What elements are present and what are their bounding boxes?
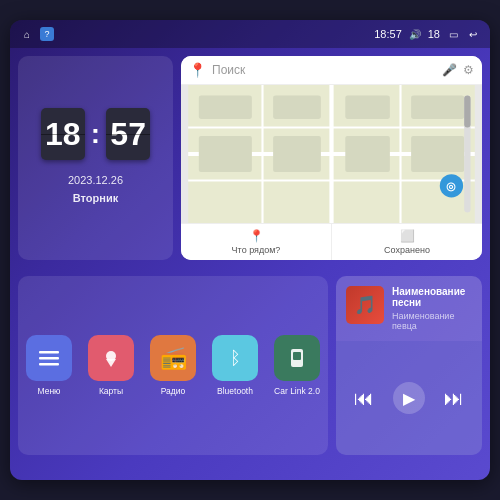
saved-label: Сохранено	[384, 245, 430, 255]
svg-rect-9	[199, 136, 252, 172]
main-content: 18 : 57 2023.12.26 Вторник 📍 Поиск 🎤 ⚙	[10, 48, 490, 268]
bluetooth-app-icon: ᛒ	[212, 335, 258, 381]
carlink-app-icon	[274, 335, 320, 381]
clock-date-value: 2023.12.26	[68, 172, 123, 190]
settings-icon[interactable]: ⚙	[463, 63, 474, 77]
map-footer: 📍 Что рядом? ⬜ Сохранено	[181, 223, 482, 260]
app-grid: МенюКарты📻РадиоᛒBluetoothCar Link 2.0	[18, 276, 328, 455]
maps-app-icon	[88, 335, 134, 381]
clock-hours: 18	[41, 108, 85, 160]
menu-app-label: Меню	[38, 386, 61, 396]
svg-text:◎: ◎	[446, 180, 456, 192]
saved-btn[interactable]: ⬜ Сохранено	[332, 224, 482, 260]
prev-button[interactable]: ⏮	[354, 387, 374, 410]
radio-app-icon: 📻	[150, 335, 196, 381]
svg-rect-20	[39, 357, 59, 360]
status-bar-right: 18:57 🔊 18 ▭ ↩	[374, 27, 480, 41]
svg-rect-16	[464, 96, 470, 128]
bottom-section: МенюКарты📻РадиоᛒBluetoothCar Link 2.0 🎵 …	[10, 268, 490, 463]
svg-rect-14	[411, 136, 464, 172]
home-icon[interactable]: ⌂	[20, 27, 34, 41]
carlink-app-label: Car Link 2.0	[274, 386, 320, 396]
clock-widget: 18 : 57 2023.12.26 Вторник	[18, 56, 173, 260]
music-widget: 🎵 Наименование песни Наименование певца …	[336, 276, 482, 455]
clock-day: Вторник	[68, 190, 123, 208]
saved-icon: ⬜	[400, 229, 415, 243]
status-bar: ⌂ ? 18:57 🔊 18 ▭ ↩	[10, 20, 490, 48]
map-widget[interactable]: 📍 Поиск 🎤 ⚙	[181, 56, 482, 260]
play-button[interactable]: ▶	[393, 382, 425, 414]
back-icon[interactable]: ↩	[466, 27, 480, 41]
music-controls: ⏮ ▶ ⏭	[336, 341, 482, 455]
bluetooth-app-label: Bluetooth	[217, 386, 253, 396]
clock-minutes: 57	[106, 108, 150, 160]
svg-rect-10	[273, 136, 321, 172]
svg-rect-7	[199, 96, 252, 119]
battery-icon: ▭	[446, 27, 460, 41]
svg-rect-19	[39, 351, 59, 354]
maps-app[interactable]: Карты	[88, 335, 134, 396]
device-frame: ⌂ ? 18:57 🔊 18 ▭ ↩ 18 : 57 2023.12.26 Вт…	[10, 20, 490, 480]
radio-app[interactable]: 📻Радио	[150, 335, 196, 396]
menu-app[interactable]: Меню	[26, 335, 72, 396]
carlink-app[interactable]: Car Link 2.0	[274, 335, 320, 396]
svg-rect-13	[411, 96, 464, 119]
battery-level: 18	[428, 28, 440, 40]
music-artist: Наименование певца	[392, 311, 472, 331]
svg-marker-23	[106, 359, 116, 367]
question-icon[interactable]: ?	[40, 27, 54, 41]
map-pin-icon: 📍	[189, 62, 206, 78]
map-search-bar[interactable]: 📍 Поиск 🎤 ⚙	[181, 56, 482, 85]
bluetooth-app[interactable]: ᛒBluetooth	[212, 335, 258, 396]
mic-icon[interactable]: 🎤	[442, 63, 457, 77]
status-bar-left: ⌂ ?	[20, 27, 54, 41]
map-search-actions: 🎤 ⚙	[442, 63, 474, 77]
maps-app-label: Карты	[99, 386, 123, 396]
flip-clock: 18 : 57	[41, 108, 150, 160]
svg-rect-21	[39, 363, 59, 366]
music-title: Наименование песни	[392, 286, 472, 308]
menu-app-icon	[26, 335, 72, 381]
map-search-placeholder[interactable]: Поиск	[212, 63, 436, 77]
music-info: 🎵 Наименование песни Наименование певца	[336, 276, 482, 341]
next-button[interactable]: ⏭	[444, 387, 464, 410]
map-area[interactable]: ◎	[181, 85, 482, 223]
clock-date: 2023.12.26 Вторник	[68, 172, 123, 207]
nearby-btn[interactable]: 📍 Что рядом?	[181, 224, 332, 260]
music-thumbnail: 🎵	[346, 286, 384, 324]
clock-colon: :	[91, 118, 100, 150]
svg-rect-26	[293, 352, 301, 360]
music-text: Наименование песни Наименование певца	[392, 286, 472, 331]
svg-text:ᛒ: ᛒ	[230, 348, 241, 368]
svg-rect-8	[273, 96, 321, 119]
svg-rect-11	[345, 96, 390, 119]
nearby-icon: 📍	[249, 229, 264, 243]
radio-app-label: Радио	[161, 386, 186, 396]
svg-rect-12	[345, 136, 390, 172]
volume-icon: 🔊	[408, 27, 422, 41]
music-thumb-icon: 🎵	[354, 294, 376, 316]
map-svg: ◎	[181, 85, 482, 223]
time-display: 18:57	[374, 28, 402, 40]
nearby-label: Что рядом?	[232, 245, 281, 255]
